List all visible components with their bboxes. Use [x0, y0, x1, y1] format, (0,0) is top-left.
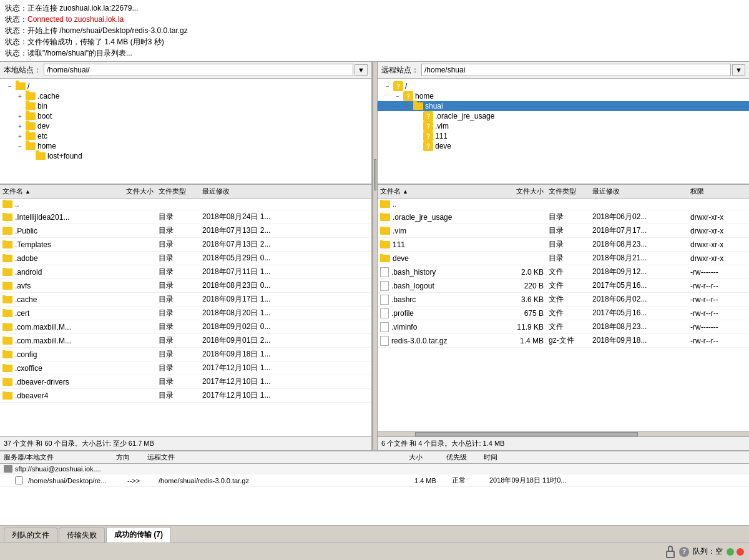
transfer-server-name: sftp://shuai@zuoshuai.iok....: [4, 465, 116, 473]
left-file-row-7[interactable]: .cache 目录 2018年09月17日 1...: [0, 293, 371, 307]
bottom-icons: ? 队列：空: [665, 546, 744, 558]
left-file-list-header: 文件名 ▲ 文件大小 文件类型 最近修改: [0, 185, 371, 199]
transfer-col-time: 时间: [484, 453, 745, 462]
tree-item-lost[interactable]: lost+found: [0, 151, 371, 161]
right-panel-status: 6 个文件 和 4 个目录。大小总计: 1.4 MB: [378, 436, 749, 450]
transfer-header: 服务器/本地文件 方向 远程文件 大小 优先级 时间: [0, 451, 749, 464]
right-col-name[interactable]: 文件名 ▲: [380, 187, 499, 196]
right-address-bar: 远程站点： ▼: [378, 62, 749, 79]
tab-failed[interactable]: 传输失败: [59, 528, 105, 543]
right-file-row-3[interactable]: 111 目录 2018年08月23... drwxr-xr-x: [378, 238, 749, 252]
right-file-row-5[interactable]: .bash_history 2.0 KB 文件 2018年09月12... -r…: [378, 265, 749, 279]
transfer-remote-file: /home/shuai/redis-3.0.0.tar.gz: [159, 477, 414, 484]
left-col-date[interactable]: 最近修改: [202, 187, 369, 196]
transfer-file-row[interactable]: /home/shuai/Desktop/re... -->> /home/shu…: [0, 474, 749, 487]
right-tree-panel: − ? / − ? home − shuai ? .oracle_jre_usa…: [378, 79, 749, 185]
left-file-row-8[interactable]: .cert 目录 2018年08月20日 1...: [0, 307, 371, 320]
tree-item-dev[interactable]: + dev: [0, 121, 371, 131]
right-address-input[interactable]: [421, 64, 731, 76]
right-tree-item-vim[interactable]: ? .vim: [378, 121, 749, 131]
right-file-row-9[interactable]: .viminfo 11.9 KB 文件 2018年08月23... -rw---…: [378, 320, 749, 334]
transfer-col-direction: 方向: [116, 453, 147, 462]
left-file-row-11[interactable]: .config 目录 2018年09月18日 1...: [0, 348, 371, 361]
tree-item-cache[interactable]: + .cache: [0, 91, 371, 101]
queue-status-text: 队列：空: [693, 546, 723, 557]
transfer-server-row: sftp://shuai@zuoshuai.iok....: [0, 464, 749, 474]
left-col-size[interactable]: 文件大小: [109, 187, 159, 196]
status-line-2: 状态：Connected to zuoshuai.iok.la: [5, 14, 744, 25]
right-tree-item-oracle[interactable]: ? .oracle_jre_usage: [378, 111, 749, 121]
right-file-row-8[interactable]: .profile 675 B 文件 2017年05月16... -rw-r--r…: [378, 307, 749, 320]
transfer-panel: 服务器/本地文件 方向 远程文件 大小 优先级 时间 sftp://shuai@…: [0, 450, 749, 525]
right-file-row-4[interactable]: deve 目录 2018年08月21... drwxr-xr-x: [378, 252, 749, 265]
status-bar: 状态：正在连接 zuoshuai.iok.la:22679... 状态：Conn…: [0, 0, 749, 62]
left-col-type[interactable]: 文件类型: [159, 187, 202, 196]
transfer-direction-arrow: -->>: [127, 477, 159, 484]
right-col-type[interactable]: 文件类型: [549, 187, 592, 196]
lock-icon: [665, 546, 675, 558]
right-tree-item-home[interactable]: − ? home: [378, 91, 749, 101]
info-icon: ?: [679, 547, 689, 557]
tree-item-bin[interactable]: bin: [0, 101, 371, 111]
left-address-input[interactable]: [44, 64, 353, 76]
transfer-time: 2018年09月18日 11时0...: [489, 476, 745, 485]
tree-item-boot[interactable]: + boot: [0, 111, 371, 121]
right-file-list: .. .oracle_jre_usage 目录 2018年06月02... dr…: [378, 199, 749, 431]
left-tree-panel: − / + .cache bin + boot: [0, 79, 371, 185]
left-file-row-10[interactable]: .com.maxbill.M... 目录 2018年09月01日 2...: [0, 334, 371, 348]
right-col-date[interactable]: 最近修改: [592, 187, 690, 196]
left-file-list: .. .IntellijIdea201... 目录 2018年08月24日 1.…: [0, 199, 371, 436]
right-col-perm[interactable]: 权限: [690, 187, 747, 196]
tree-item-etc[interactable]: + etc: [0, 131, 371, 141]
tree-item-home[interactable]: − home: [0, 141, 371, 151]
bottom-status-bar: ? 队列：空: [0, 543, 749, 560]
transfer-priority: 正常: [452, 476, 489, 485]
left-col-name[interactable]: 文件名 ▲: [2, 187, 109, 196]
right-file-row-dotdot[interactable]: ..: [378, 199, 749, 210]
left-file-row-12[interactable]: .cxoffice 目录 2017年12月10日 1...: [0, 361, 371, 375]
right-tree-item-111[interactable]: ? 111: [378, 131, 749, 141]
left-file-row-dotdot[interactable]: ..: [0, 199, 371, 210]
status-dots: [727, 548, 744, 556]
status-line-4: 状态：文件传输成功，传输了 1.4 MB (用时3 秒): [5, 36, 744, 47]
tree-item-root[interactable]: − /: [0, 81, 371, 91]
left-address-label: 本地站点：: [4, 65, 41, 76]
right-address-dropdown[interactable]: ▼: [732, 64, 745, 76]
left-file-row-13[interactable]: .dbeaver-drivers 目录 2017年12月10日 1...: [0, 375, 371, 389]
center-scrollbar[interactable]: [373, 62, 378, 450]
right-file-list-header: 文件名 ▲ 文件大小 文件类型 最近修改 权限: [378, 185, 749, 199]
transfer-col-size: 大小: [409, 453, 446, 462]
right-file-row-7[interactable]: .bashrc 3.6 KB 文件 2018年06月02... -rw-r--r…: [378, 293, 749, 307]
left-file-row-9[interactable]: .com.maxbill.M... 目录 2018年09月02日 0...: [0, 320, 371, 334]
transfer-file-size: 1.4 MB: [414, 477, 452, 484]
left-file-row-5[interactable]: .android 目录 2018年07月11日 1...: [0, 265, 371, 279]
status-line-5: 状态：读取"/home/shuai"的目录列表...: [5, 47, 744, 59]
right-tree-item-deve[interactable]: ? deve: [378, 141, 749, 151]
dot-green: [727, 548, 734, 556]
left-file-row-6[interactable]: .avfs 目录 2018年08月23日 0...: [0, 279, 371, 293]
right-tree-item-shuai[interactable]: − shuai: [378, 101, 749, 111]
transfer-col-remote: 远程文件: [147, 453, 409, 462]
right-address-label: 远程站点：: [381, 65, 419, 76]
right-file-row-6[interactable]: .bash_logout 220 B 文件 2017年05月16... -rw-…: [378, 279, 749, 293]
left-file-row-2[interactable]: .Public 目录 2018年07月13日 2...: [0, 224, 371, 238]
left-file-row-1[interactable]: .IntellijIdea201... 目录 2018年08月24日 1...: [0, 210, 371, 224]
left-address-bar: 本地站点： ▼: [0, 62, 371, 79]
right-horiz-scrollbar[interactable]: [378, 431, 749, 436]
status-line-1: 状态：正在连接 zuoshuai.iok.la:22679...: [5, 2, 744, 14]
right-file-row-2[interactable]: .vim 目录 2018年07月17... drwxr-xr-x: [378, 224, 749, 238]
left-file-row-3[interactable]: .Templates 目录 2018年07月13日 2...: [0, 238, 371, 252]
left-file-row-4[interactable]: .adobe 目录 2018年05月29日 0...: [0, 252, 371, 265]
right-tree-item-root[interactable]: − ? /: [378, 81, 749, 91]
left-file-row-14[interactable]: .dbeaver4 目录 2017年12月10日 1...: [0, 389, 371, 403]
left-address-dropdown[interactable]: ▼: [355, 64, 368, 76]
right-file-row-1[interactable]: .oracle_jre_usage 目录 2018年06月02... drwxr…: [378, 210, 749, 224]
transfer-local-file: /home/shuai/Desktop/re...: [15, 476, 127, 484]
dot-red: [737, 548, 744, 556]
tab-queued[interactable]: 列队的文件: [4, 528, 57, 543]
transfer-col-priority: 优先级: [446, 453, 484, 462]
right-col-size[interactable]: 文件大小: [499, 187, 549, 196]
tab-success[interactable]: 成功的传输 (7): [106, 527, 171, 543]
right-file-row-10[interactable]: redis-3.0.0.tar.gz 1.4 MB gz-文件 2018年09月…: [378, 334, 749, 348]
transfer-col-server: 服务器/本地文件: [4, 453, 116, 462]
